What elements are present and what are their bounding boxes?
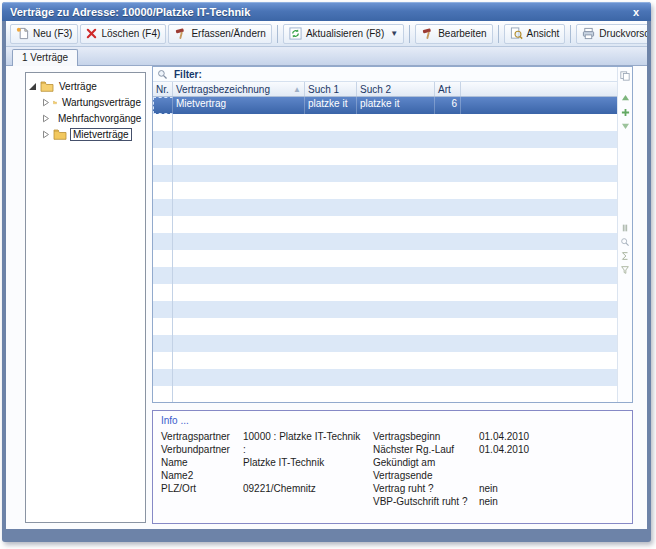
grid-header: Nr. Vertragsbezeichnung ▲ Such 1 Such 2 … <box>153 82 617 97</box>
cell-vertragsbezeichnung[interactable]: Mietvertrag <box>173 97 305 114</box>
grid-empty-row[interactable] <box>153 131 617 148</box>
druckvorschau-button-label: Druckvorschau <box>599 28 647 39</box>
contract-tree: Verträge Wartungsverträge Mehrfachvorgän… <box>25 72 146 523</box>
view-magnifier-icon <box>510 27 523 40</box>
toolbar-separator <box>498 25 499 43</box>
info-label: Name2 <box>161 470 243 481</box>
grid-empty-row[interactable] <box>153 284 617 301</box>
column-header-vertragsbezeichnung[interactable]: Vertragsbezeichnung ▲ <box>173 82 305 96</box>
tree-collapsed-icon[interactable] <box>41 130 50 139</box>
folder-icon <box>53 97 57 108</box>
new-button-label: Neu (F3) <box>33 28 72 39</box>
grid-empty-row[interactable] <box>153 233 617 250</box>
delete-button[interactable]: Löschen (F4) <box>80 24 166 44</box>
refresh-icon <box>289 27 302 40</box>
tree-item-label[interactable]: Mehrfachvorgänge <box>56 113 143 124</box>
tree-item-vertraege[interactable]: Verträge <box>28 78 143 94</box>
grid-empty-row[interactable] <box>153 352 617 369</box>
info-label: Vertragsbeginn <box>373 431 479 442</box>
tree-item-label[interactable]: Verträge <box>57 81 99 92</box>
aggregate-icon[interactable] <box>620 249 630 263</box>
grid-empty-row[interactable] <box>153 267 617 284</box>
sort-asc-icon[interactable]: ▲ <box>293 85 301 94</box>
info-value: 10000 : Platzke IT-Technik <box>243 431 360 442</box>
new-button[interactable]: Neu (F3) <box>10 24 78 44</box>
grid-side-toolbar <box>617 67 632 402</box>
info-label: Gekündigt am <box>373 457 479 468</box>
cell-filler <box>461 97 617 114</box>
grid-empty-row[interactable] <box>153 148 617 165</box>
edit-record-button[interactable]: Erfassen/Ändern <box>168 24 272 44</box>
tree-item-mehrfachvorgaenge[interactable]: Mehrfachvorgänge <box>41 110 143 126</box>
add-row-icon[interactable] <box>621 105 630 119</box>
tab-strip: 1 Verträge <box>6 47 647 66</box>
tab-vertraege[interactable]: 1 Verträge <box>12 49 78 66</box>
ansicht-button-label: Ansicht <box>527 28 560 39</box>
tree-collapsed-icon[interactable] <box>41 98 50 107</box>
table-row-selected[interactable]: Mietvertrag platzke it platzke it 6 <box>153 97 617 114</box>
search-icon[interactable] <box>157 69 168 80</box>
row-down-icon[interactable] <box>621 119 630 133</box>
chevron-down-icon[interactable]: ▼ <box>390 29 398 38</box>
info-label: Name <box>161 457 243 468</box>
tree-collapsed-icon[interactable] <box>41 114 50 123</box>
bearbeiten-button[interactable]: Bearbeiten <box>415 24 492 44</box>
edit-record-button-label: Erfassen/Ändern <box>191 28 266 39</box>
delete-icon <box>86 28 97 39</box>
druckvorschau-button[interactable]: Druckvorschau <box>576 24 647 44</box>
grid-empty-row[interactable] <box>153 165 617 182</box>
toolbar-separator <box>277 25 278 43</box>
toolbar-separator <box>570 25 571 43</box>
grid-empty-row[interactable] <box>153 114 617 131</box>
column-header-art[interactable]: Art <box>435 82 461 96</box>
filter-icon[interactable] <box>620 263 630 277</box>
grid-empty-row[interactable] <box>153 182 617 199</box>
grid-empty-row[interactable] <box>153 318 617 335</box>
delete-button-label: Löschen (F4) <box>101 28 160 39</box>
info-label: Vertragspartner <box>161 431 243 442</box>
column-header-such1[interactable]: Such 1 <box>305 82 357 96</box>
tree-item-label-selected[interactable]: Mietverträge <box>70 128 132 141</box>
grid-filter-label: Filter: <box>174 69 202 80</box>
cell-nr[interactable] <box>153 97 173 114</box>
info-label: PLZ/Ort <box>161 483 243 494</box>
tree-item-wartungsvertraege[interactable]: Wartungsverträge <box>41 94 143 110</box>
search-grid-icon[interactable] <box>620 235 630 249</box>
grid-empty-row[interactable] <box>153 386 617 402</box>
cell-such2[interactable]: platzke it <box>357 97 435 114</box>
tree-item-label[interactable]: Wartungsverträge <box>60 97 143 108</box>
refresh-button[interactable]: Aktualisieren (F8) ▼ <box>283 24 404 44</box>
grid-empty-row[interactable] <box>153 216 617 233</box>
toolbar-separator <box>409 25 410 43</box>
columns-icon[interactable] <box>620 221 630 235</box>
row-up-icon[interactable] <box>621 91 630 105</box>
grid-empty-row[interactable] <box>153 250 617 267</box>
grid-empty-row[interactable] <box>153 301 617 318</box>
info-label: Nächster Rg.-Lauf <box>373 444 479 455</box>
title-bar[interactable]: Verträge zu Adresse: 10000/Platzke IT-Te… <box>2 2 651 21</box>
grid-empty-row[interactable] <box>153 199 617 216</box>
grid-empty-row[interactable] <box>153 369 617 386</box>
column-header-such2[interactable]: Such 2 <box>357 82 435 96</box>
cell-such1[interactable]: platzke it <box>305 97 357 114</box>
info-value: nein <box>479 496 498 507</box>
folder-open-icon <box>53 129 67 140</box>
print-preview-icon <box>582 27 595 40</box>
edit-hammer-icon <box>174 27 187 40</box>
folder-open-icon <box>40 81 54 92</box>
ansicht-button[interactable]: Ansicht <box>504 24 566 44</box>
tree-item-mietvertraege[interactable]: Mietverträge <box>41 126 143 142</box>
close-icon[interactable]: x <box>629 6 643 18</box>
cell-art[interactable]: 6 <box>435 97 461 114</box>
grid-body: Mietvertrag platzke it platzke it 6 <box>153 97 617 402</box>
tree-expanded-icon[interactable] <box>28 82 37 91</box>
content-area: Verträge Wartungsverträge Mehrfachvorgän… <box>6 66 647 529</box>
column-header-nr[interactable]: Nr. <box>153 82 173 96</box>
refresh-button-label: Aktualisieren (F8) <box>306 28 384 39</box>
grid-empty-row[interactable] <box>153 335 617 352</box>
info-right-column: Vertragsbeginn01.04.2010 Nächster Rg.-La… <box>373 430 633 508</box>
grid-filter-row[interactable]: Filter: <box>153 67 617 82</box>
info-label: Vertrag ruht ? <box>373 483 479 494</box>
info-label: VBP-Gutschrift ruht ? <box>373 496 479 507</box>
copy-grid-icon[interactable] <box>620 69 630 83</box>
